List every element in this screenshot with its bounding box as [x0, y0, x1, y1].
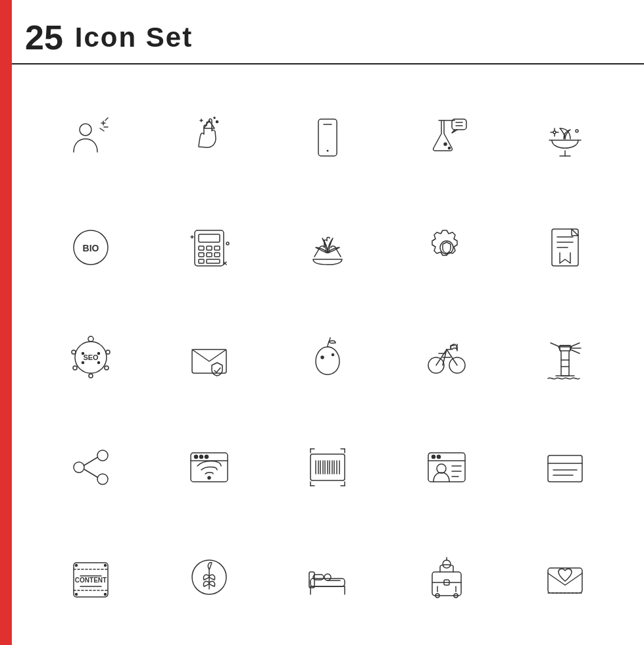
svg-point-60 [98, 352, 100, 354]
svg-point-46 [440, 241, 453, 254]
svg-point-0 [80, 124, 91, 136]
svg-point-54 [105, 366, 109, 370]
icon-plant-circle [150, 522, 268, 632]
icon-herb-bowl [506, 82, 624, 192]
svg-line-81 [551, 343, 560, 347]
svg-point-132 [76, 593, 78, 595]
svg-point-43 [226, 242, 229, 245]
svg-line-78 [570, 343, 580, 347]
svg-point-83 [74, 462, 84, 473]
icon-document-book [506, 192, 624, 302]
icon-eco-bike [387, 302, 506, 412]
svg-text:SEO: SEO [83, 353, 99, 361]
svg-point-62 [98, 361, 100, 363]
svg-point-91 [200, 455, 203, 458]
svg-point-117 [437, 455, 440, 458]
icon-barcode-box [268, 412, 387, 522]
icon-seo-circle: SEO [32, 302, 150, 412]
page: 25 Icon Set [0, 0, 644, 645]
svg-point-64 [321, 356, 324, 359]
svg-rect-34 [207, 246, 212, 250]
svg-point-65 [332, 353, 334, 355]
icon-profile-browser [387, 412, 506, 522]
icon-hand-shape [150, 82, 268, 192]
svg-line-87 [84, 469, 97, 477]
svg-line-80 [570, 349, 580, 353]
svg-rect-143 [309, 572, 314, 588]
header: 25 Icon Set [12, 12, 644, 64]
icon-love-mail [506, 522, 624, 632]
svg-rect-39 [199, 259, 204, 263]
icon-security-gear [387, 192, 506, 302]
svg-rect-122 [548, 455, 582, 482]
header-number: 25 [25, 20, 63, 55]
svg-point-93 [208, 477, 211, 479]
svg-point-133 [105, 593, 107, 595]
svg-point-144 [324, 574, 331, 580]
svg-rect-38 [214, 253, 220, 257]
svg-point-52 [88, 336, 93, 342]
svg-point-92 [205, 455, 209, 458]
svg-rect-155 [548, 568, 582, 593]
svg-rect-35 [214, 246, 220, 250]
svg-point-59 [82, 352, 84, 354]
icon-user-notification [32, 82, 150, 192]
icon-lighthouse [506, 302, 624, 412]
icon-luggage-tag [387, 522, 506, 632]
svg-point-84 [97, 450, 108, 461]
svg-point-56 [73, 366, 77, 370]
svg-point-15 [444, 143, 447, 145]
svg-point-131 [105, 564, 107, 566]
svg-point-57 [72, 350, 76, 354]
svg-rect-76 [560, 346, 570, 351]
icon-bed-rest [268, 522, 387, 632]
svg-text:CONTENT: CONTENT [75, 577, 107, 584]
svg-point-149 [443, 560, 451, 568]
svg-rect-37 [207, 253, 212, 257]
icon-bio-circle: BIO [32, 192, 150, 302]
svg-point-9 [216, 120, 218, 122]
svg-line-4 [100, 128, 104, 131]
svg-line-5 [105, 118, 108, 120]
icon-hands-flower [268, 192, 387, 302]
svg-rect-36 [199, 253, 204, 257]
icon-window-frame [506, 412, 624, 522]
header-title: Icon Set [75, 22, 193, 53]
red-bar [0, 0, 12, 645]
svg-point-61 [82, 361, 84, 363]
svg-point-90 [195, 455, 198, 458]
icon-wifi-browser [150, 412, 268, 522]
icon-calculator [150, 192, 268, 302]
icon-bomb-fruit [268, 302, 387, 412]
svg-rect-40 [207, 259, 220, 263]
svg-point-10 [214, 117, 215, 118]
svg-point-53 [106, 350, 110, 354]
svg-text:BIO: BIO [83, 243, 99, 253]
svg-point-85 [97, 474, 108, 484]
icon-science-chat [387, 82, 506, 192]
svg-rect-33 [199, 246, 204, 250]
icon-grid: BIO [12, 76, 644, 645]
icon-share-nodes [32, 412, 150, 522]
icon-content-tag: CONTENT [32, 522, 150, 632]
icon-mobile-phone [268, 82, 387, 192]
svg-line-86 [84, 457, 97, 465]
svg-rect-146 [432, 572, 461, 596]
svg-point-118 [437, 464, 446, 473]
svg-point-55 [89, 374, 93, 378]
svg-point-16 [448, 147, 450, 149]
svg-point-28 [576, 130, 578, 132]
svg-rect-32 [199, 234, 220, 242]
icon-mail-shield [150, 302, 268, 412]
svg-point-130 [76, 564, 78, 566]
svg-point-116 [432, 455, 435, 458]
